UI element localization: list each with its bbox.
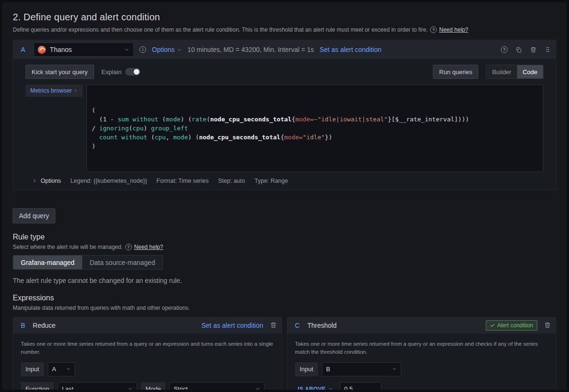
- trash-icon[interactable]: [270, 322, 277, 329]
- reduce-header: B Reduce Set as alert condition: [13, 317, 282, 333]
- reduce-function-label: Function: [21, 382, 54, 392]
- chevron-down-icon: [328, 386, 333, 392]
- chevron-down-icon: [392, 366, 397, 372]
- reduce-input-select[interactable]: A: [48, 362, 75, 376]
- check-icon: [490, 323, 495, 328]
- copy-icon[interactable]: [515, 46, 522, 53]
- chevron-down-icon: [255, 386, 260, 392]
- alert-rule-editor-step2: 2. Define query and alert condition Defi…: [0, 0, 569, 392]
- threshold-title: Threshold: [307, 322, 336, 329]
- explain-toggle[interactable]: [125, 68, 140, 76]
- reduce-mode-label: Mode: [141, 382, 166, 392]
- expressions-subtitle: Manipulate data returned from queries wi…: [13, 305, 556, 311]
- threshold-input-label: Input: [295, 362, 318, 376]
- format-summary: Format: Time series: [156, 178, 208, 184]
- builder-mode-button[interactable]: Builder: [486, 65, 517, 78]
- expression-card-reduce: B Reduce Set as alert condition Takes on…: [13, 317, 282, 392]
- query-ref-id[interactable]: A: [18, 46, 28, 53]
- expressions-title: Expressions: [13, 294, 556, 302]
- page-subtitle: Define queries and/or expressions and th…: [13, 26, 556, 33]
- query-toolbar: Kick start your query Explain Run querie…: [26, 65, 543, 79]
- threshold-value-input[interactable]: [340, 382, 381, 392]
- chevron-down-icon: [66, 366, 71, 372]
- query-header-actions: ?: [501, 46, 551, 53]
- reduce-header-actions: Set as alert condition: [201, 322, 277, 329]
- legend-summary: Legend: {{kubernetes_node}}: [70, 178, 147, 184]
- reduce-description: Takes one or more time series returned f…: [21, 340, 274, 357]
- explain-label: Explain: [102, 68, 122, 76]
- run-queries-button[interactable]: Run queries: [433, 65, 478, 79]
- threshold-ref-id[interactable]: C: [292, 322, 302, 329]
- threshold-description: Takes one or more time series returned f…: [295, 340, 548, 357]
- add-query-button[interactable]: Add query: [13, 208, 55, 223]
- metrics-browser-button[interactable]: Metrics browser: [26, 85, 83, 97]
- chevron-down-icon: [128, 386, 133, 392]
- reduce-body: Takes one or more time series returned f…: [13, 333, 282, 392]
- trash-icon[interactable]: [530, 46, 537, 53]
- editor-mode-group: Builder Code: [486, 65, 543, 79]
- page-subtitle-text: Define queries and/or expressions and th…: [13, 26, 428, 33]
- code-mode-button[interactable]: Code: [517, 65, 543, 78]
- threshold-header-actions: Alert condition: [486, 320, 551, 331]
- type-summary: Type: Range: [255, 178, 288, 184]
- threshold-body: Takes one or more time series returned f…: [287, 333, 556, 392]
- reduce-title: Reduce: [33, 322, 55, 329]
- reduce-mode-select[interactable]: Strict: [169, 382, 265, 392]
- rule-type-radio-group: Grafana-managed Data source-managed: [13, 255, 163, 270]
- set-alert-condition-link[interactable]: Set as alert condition: [319, 46, 381, 53]
- rule-type-option-data-source-managed[interactable]: Data source-managed: [82, 256, 163, 269]
- datasource-name: Thanos: [50, 46, 72, 53]
- alert-condition-badge: Alert condition: [486, 320, 537, 331]
- threshold-condition-row: IS ABOVE: [295, 382, 548, 392]
- options-expander[interactable]: Options: [32, 178, 61, 184]
- trash-icon[interactable]: [544, 322, 551, 329]
- help-circle-icon: ?: [430, 26, 437, 33]
- step-summary: Step: auto: [218, 178, 245, 184]
- threshold-input-select[interactable]: B: [322, 362, 401, 376]
- reduce-function-row: Function Last Mode Strict: [21, 382, 274, 392]
- editor-row: Metrics browser ( (1 - sum without (mode…: [26, 85, 543, 172]
- thanos-logo-icon: [38, 46, 46, 54]
- chevron-down-icon: [177, 47, 182, 52]
- expressions-row: B Reduce Set as alert condition Takes on…: [13, 317, 556, 392]
- reduce-ref-id[interactable]: B: [18, 322, 28, 329]
- rule-type-note: The alert rule type cannot be changed fo…: [13, 277, 556, 284]
- chevron-right-icon: [32, 179, 37, 183]
- help-circle-icon: ?: [125, 244, 132, 250]
- page-title: 2. Define query and alert condition: [13, 12, 556, 23]
- help-circle-icon[interactable]: ?: [501, 46, 508, 53]
- expressions-section: Expressions Manipulate data returned fro…: [13, 294, 556, 392]
- drag-handle-icon[interactable]: [544, 46, 551, 53]
- query-collapsed-options: Options Legend: {{kubernetes_node}} Form…: [26, 172, 543, 190]
- code-line: (1 - sum without (mode) (rate(node_cpu_s…: [92, 115, 538, 124]
- reduce-set-alert-condition-link[interactable]: Set as alert condition: [201, 322, 263, 329]
- kick-start-query-button[interactable]: Kick start your query: [26, 65, 94, 79]
- reduce-function-select[interactable]: Last: [58, 382, 137, 392]
- reduce-input-label: Input: [21, 362, 44, 376]
- need-help-link[interactable]: Need help?: [439, 26, 468, 33]
- code-line: / ignoring(cpu) group_left: [92, 124, 538, 133]
- code-line: (: [92, 106, 538, 115]
- threshold-condition-select[interactable]: IS ABOVE: [295, 386, 336, 392]
- expression-card-threshold: C Threshold Alert condition Takes one or…: [287, 317, 556, 392]
- query-body: Kick start your query Explain Run querie…: [13, 59, 556, 190]
- reduce-input-row: Input A: [21, 362, 274, 376]
- rule-type-need-help-link[interactable]: Need help?: [134, 244, 163, 250]
- rule-type-subtitle: Select where the alert rule will be mana…: [13, 244, 556, 250]
- code-line: ): [92, 142, 538, 151]
- query-options-summary: 10 minutes, MD = 43200, Min. Interval = …: [188, 46, 314, 53]
- query-options-toggle[interactable]: Options: [152, 46, 181, 53]
- rule-type-title: Rule type: [13, 233, 556, 241]
- rule-type-section: Rule type Select where the alert rule wi…: [13, 233, 556, 284]
- promql-editor[interactable]: ( (1 - sum without (mode) (rate(node_cpu…: [86, 85, 543, 172]
- threshold-header: C Threshold Alert condition: [287, 317, 556, 333]
- datasource-picker[interactable]: Thanos: [34, 43, 134, 57]
- chevron-right-icon: [73, 88, 78, 93]
- info-circle-icon: i: [139, 46, 146, 53]
- promql-code: ( (1 - sum without (mode) (rate(node_cpu…: [92, 106, 538, 151]
- explain-control: Explain: [102, 68, 141, 76]
- chevron-down-icon: [124, 47, 129, 52]
- query-editor-row: A Thanos i Options 10 minutes, MD = 4320…: [13, 40, 556, 190]
- rule-type-option-grafana-managed[interactable]: Grafana-managed: [13, 256, 82, 269]
- code-line: count without (cpu, mode) (node_cpu_seco…: [92, 133, 538, 142]
